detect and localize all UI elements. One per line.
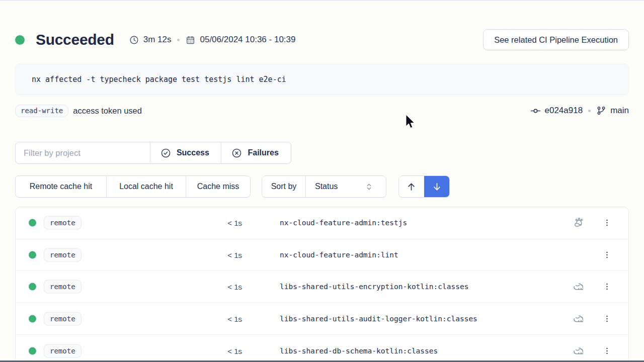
gradle-elephant-icon bbox=[573, 313, 585, 325]
filter-row: Success Failures bbox=[15, 142, 629, 164]
task-duration: < 1s bbox=[192, 219, 242, 227]
command-block: nx affected -t typecheck package test te… bbox=[15, 64, 629, 95]
task-status-dot bbox=[29, 283, 36, 291]
kebab-menu-icon bbox=[603, 283, 611, 291]
task-status-dot bbox=[29, 347, 36, 354]
gradle-elephant-icon bbox=[573, 281, 585, 293]
task-duration: < 1s bbox=[192, 283, 242, 291]
task-name: libs-shared-utils-encryption-kotlin:clas… bbox=[280, 283, 468, 291]
git-branch-icon bbox=[596, 106, 606, 116]
task-row[interactable]: remote < 1s nx-cloud-feature-admin:testj… bbox=[16, 207, 628, 239]
separator-dot bbox=[588, 110, 591, 112]
kebab-menu-icon bbox=[603, 346, 611, 355]
sort-group: Sort by Status bbox=[262, 175, 386, 198]
kebab-menu-icon bbox=[603, 314, 611, 323]
run-command: nx affected -t typecheck package test te… bbox=[32, 75, 286, 84]
tool-icon-slot bbox=[572, 217, 586, 229]
filter-failures-button[interactable]: Failures bbox=[221, 142, 291, 163]
separator-dot bbox=[177, 39, 180, 41]
top-divider bbox=[0, 0, 644, 1]
cache-source-badge: remote bbox=[44, 248, 82, 261]
cache-filter-group: Remote cache hit Local cache hit Cache m… bbox=[15, 175, 251, 198]
project-filter-input[interactable] bbox=[16, 142, 150, 163]
sort-direction-group bbox=[398, 175, 450, 198]
kebab-menu-icon bbox=[603, 219, 611, 227]
chevron-updown-icon bbox=[365, 183, 373, 191]
task-status-dot bbox=[29, 251, 36, 258]
row-menu-button[interactable] bbox=[602, 219, 611, 227]
task-name: libs-shared-utils-audit-logger-kotlin:cl… bbox=[280, 315, 477, 323]
see-related-pipeline-button[interactable]: See related CI Pipeline Execution bbox=[483, 29, 629, 50]
commit-sha[interactable]: e024a918 bbox=[545, 106, 583, 116]
task-name: nx-cloud-feature-admin:lint bbox=[280, 251, 398, 259]
task-list-card: remote < 1s nx-cloud-feature-admin:testj… bbox=[15, 207, 629, 362]
row-menu-button[interactable] bbox=[602, 346, 611, 355]
sort-row: Remote cache hit Local cache hit Cache m… bbox=[15, 175, 629, 198]
run-header: Succeeded 3m 12s 05/06/2024 10:36 - 10:3… bbox=[15, 29, 629, 51]
check-circle-icon bbox=[160, 148, 171, 158]
cache-source-badge: remote bbox=[44, 344, 82, 357]
remote-cache-hit-label: Remote cache hit bbox=[30, 182, 93, 191]
cache-source-badge: remote bbox=[44, 280, 82, 294]
tool-icon-slot bbox=[572, 281, 586, 293]
x-circle-icon bbox=[231, 148, 242, 158]
sort-field-value: Status bbox=[315, 182, 338, 191]
cache-miss-button[interactable]: Cache miss bbox=[186, 176, 250, 197]
arrow-down-icon bbox=[432, 182, 442, 192]
task-duration: < 1s bbox=[192, 250, 242, 259]
task-duration: < 1s bbox=[192, 314, 242, 323]
filter-success-button[interactable]: Success bbox=[150, 142, 221, 163]
sort-by-label-segment: Sort by bbox=[262, 176, 305, 197]
task-row[interactable]: remote < 1s nx-cloud-feature-admin:lint bbox=[16, 239, 628, 272]
run-timerange: 05/06/2024 10:36 - 10:39 bbox=[200, 35, 295, 45]
tool-icon-slot bbox=[572, 313, 586, 325]
access-token-badge: read-write bbox=[15, 105, 68, 117]
sort-ascending-button[interactable] bbox=[399, 176, 424, 197]
sort-by-label: Sort by bbox=[271, 182, 297, 191]
task-name: libs-shared-db-schema-kotlin:classes bbox=[280, 347, 438, 355]
run-meta: 3m 12s 05/06/2024 10:36 - 10:39 bbox=[129, 35, 296, 45]
calendar-icon bbox=[186, 35, 195, 45]
local-cache-hit-label: Local cache hit bbox=[119, 182, 173, 191]
filter-success-label: Success bbox=[177, 148, 209, 157]
row-menu-button[interactable] bbox=[602, 283, 611, 291]
sort-descending-button[interactable] bbox=[424, 176, 449, 197]
local-cache-hit-button[interactable]: Local cache hit bbox=[106, 176, 186, 197]
cache-source-badge: remote bbox=[44, 216, 82, 230]
task-row[interactable]: remote < 1s libs-shared-utils-encryption… bbox=[16, 271, 628, 303]
commit-icon bbox=[530, 106, 541, 116]
run-duration: 3m 12s bbox=[143, 35, 172, 45]
cache-miss-label: Cache miss bbox=[197, 182, 239, 191]
jest-icon bbox=[573, 217, 585, 229]
branch-name[interactable]: main bbox=[610, 106, 629, 116]
filter-failures-label: Failures bbox=[248, 148, 278, 157]
task-status-dot bbox=[29, 315, 36, 322]
kebab-menu-icon bbox=[603, 250, 611, 259]
row-menu-button[interactable] bbox=[602, 314, 611, 323]
clock-icon bbox=[129, 35, 139, 45]
task-name: nx-cloud-feature-admin:testjs bbox=[280, 219, 407, 227]
token-row: read-write access token used e024a918 ma… bbox=[15, 104, 629, 118]
remote-cache-hit-button[interactable]: Remote cache hit bbox=[16, 176, 106, 197]
task-row[interactable]: remote < 1s libs-shared-db-schema-kotlin… bbox=[16, 335, 628, 362]
task-list: remote < 1s nx-cloud-feature-admin:testj… bbox=[16, 207, 628, 362]
task-duration: < 1s bbox=[192, 346, 242, 355]
cache-source-badge: remote bbox=[44, 312, 82, 325]
run-details-page: Succeeded 3m 12s 05/06/2024 10:36 - 10:3… bbox=[0, 0, 644, 362]
task-row[interactable]: remote < 1s libs-shared-utils-audit-logg… bbox=[16, 303, 628, 335]
page-title: Succeeded bbox=[36, 31, 114, 48]
access-token-label: access token used bbox=[73, 106, 142, 116]
gradle-elephant-icon bbox=[573, 345, 585, 357]
tool-icon-slot bbox=[572, 345, 586, 357]
status-success-dot bbox=[15, 35, 25, 45]
sort-field-select[interactable]: Status bbox=[305, 176, 386, 197]
project-filter-group: Success Failures bbox=[15, 142, 291, 164]
row-menu-button[interactable] bbox=[602, 250, 611, 259]
vcs-info: e024a918 main bbox=[530, 106, 629, 116]
task-status-dot bbox=[29, 219, 36, 227]
arrow-up-icon bbox=[406, 182, 417, 192]
